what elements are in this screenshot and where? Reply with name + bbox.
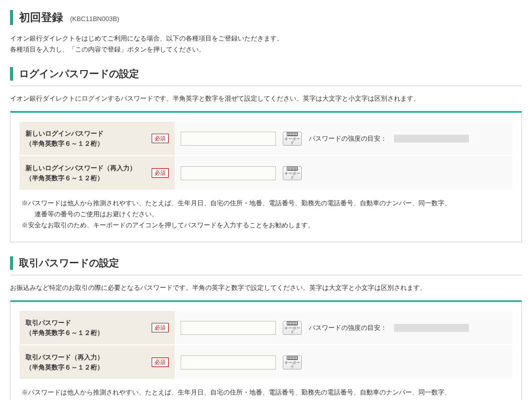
label-line-2: （半角英数字６～１２桁） xyxy=(26,363,104,371)
keyboard-icon xyxy=(287,356,298,360)
note-line-1: ※パスワードは他人から推測されやすい、たとえば、生年月日、自宅の住所・地番、電話… xyxy=(22,388,451,396)
section-divider xyxy=(10,275,522,275)
form-input-cell: キーボード パスワードの強度の目安： xyxy=(175,122,512,155)
transaction-password-input[interactable] xyxy=(181,321,276,335)
section-header-transaction-password: 取引パスワードの設定 xyxy=(10,256,522,270)
form-label-cell: 新しいログインパスワード （半角英数字６～１２桁） 必須 xyxy=(20,122,175,155)
form-input-cell: キーボード xyxy=(175,345,512,379)
keyboard-icon xyxy=(287,167,298,171)
label-line-1: 新しいログインパスワード xyxy=(26,130,104,137)
transaction-password-description: お振込みなど特定のお取引の際に必要となるパスワードです。半角の英字と数字で設定し… xyxy=(10,283,522,292)
login-password-row: 新しいログインパスワード （半角英数字６～１２桁） 必須 キーボード パスワード… xyxy=(20,122,512,156)
form-label-cell: 新しいログインパスワード（再入力） （半角英数字６～１２桁） 必須 xyxy=(20,156,175,190)
keyboard-label: キーボード xyxy=(283,137,301,145)
form-label-text: 取引パスワード（再入力） （半角英数字６～１２桁） xyxy=(26,352,104,372)
virtual-keyboard-button[interactable]: キーボード xyxy=(283,321,302,335)
form-input-cell: キーボード パスワードの強度の目安： xyxy=(175,311,512,344)
intro-line-1: イオン銀行ダイレクトをはじめてご利用になる場合、以下の各種項目をご登録いただきま… xyxy=(10,33,522,44)
password-strength-meter xyxy=(394,324,469,332)
form-label-text: 新しいログインパスワード （半角英数字６～１２桁） xyxy=(26,129,104,148)
page-title: 初回登録 xyxy=(19,10,63,25)
intro-line-2: 各種項目を入力し、「この内容で登録」ボタンを押してください。 xyxy=(10,44,522,55)
note-line-1b: 連番等の番号のご使用はお避けください。また契約者IDと同一のものは登録できません… xyxy=(22,398,510,400)
required-badge: 必須 xyxy=(152,134,169,143)
login-password-notes: ※パスワードは他人から推測されやすい、たとえば、生年月日、自宅の住所・地番、電話… xyxy=(20,191,512,233)
transaction-password-confirm-input[interactable] xyxy=(181,355,276,369)
form-input-cell: キーボード xyxy=(175,156,512,190)
label-line-2: （半角英数字６～１２桁） xyxy=(26,174,104,182)
keyboard-label: キーボード xyxy=(283,172,301,180)
transaction-password-row: 取引パスワード （半角英数字６～１２桁） 必須 キーボード パスワードの強度の目… xyxy=(20,311,512,345)
login-password-description: イオン銀行ダイレクトにログインするパスワードです。半角英字と数字を混ぜて設定して… xyxy=(10,94,522,103)
required-badge: 必須 xyxy=(152,357,169,367)
form-label-cell: 取引パスワード （半角英数字６～１２桁） 必須 xyxy=(20,311,175,344)
note-line-1: ※パスワードは他人から推測されやすい、たとえば、生年月日、自宅の住所・地番、電話… xyxy=(22,199,451,207)
form-label-cell: 取引パスワード（再入力） （半角英数字６～１２桁） 必須 xyxy=(20,345,175,379)
login-password-input[interactable] xyxy=(181,132,276,146)
required-badge: 必須 xyxy=(152,168,169,178)
page-code: (KBC11BN003B) xyxy=(70,15,119,23)
required-badge: 必須 xyxy=(152,323,169,332)
login-password-panel: 新しいログインパスワード （半角英数字６～１２桁） 必須 キーボード パスワード… xyxy=(10,111,522,242)
transaction-password-confirm-row: 取引パスワード（再入力） （半角英数字６～１２桁） 必須 キーボード xyxy=(20,345,512,380)
form-label-text: 新しいログインパスワード（再入力） （半角英数字６～１２桁） xyxy=(26,163,136,183)
section-header-login-password: ログインパスワードの設定 xyxy=(10,67,522,81)
login-password-confirm-row: 新しいログインパスワード（再入力） （半角英数字６～１２桁） 必須 キーボード xyxy=(20,156,512,191)
password-strength-label: パスワードの強度の目安： xyxy=(309,134,387,143)
section-divider xyxy=(10,86,522,86)
password-strength-meter xyxy=(394,135,469,143)
password-strength-label: パスワードの強度の目安： xyxy=(309,323,387,332)
label-line-1: 取引パスワード（再入力） xyxy=(26,353,104,361)
transaction-password-panel: 取引パスワード （半角英数字６～１２桁） 必須 キーボード パスワードの強度の目… xyxy=(10,300,522,400)
virtual-keyboard-button[interactable]: キーボード xyxy=(283,132,302,146)
label-line-2: （半角英数字６～１２桁） xyxy=(26,140,104,147)
form-label-text: 取引パスワード （半角英数字６～１２桁） xyxy=(26,318,104,337)
transaction-password-notes: ※パスワードは他人から推測されやすい、たとえば、生年月日、自宅の住所・地番、電話… xyxy=(20,380,512,400)
intro-text: イオン銀行ダイレクトをはじめてご利用になる場合、以下の各種項目をご登録いただきま… xyxy=(10,33,522,55)
keyboard-label: キーボード xyxy=(283,326,301,334)
note-line-2: ※安全なお取引のため、キーボードのアイコンを押してパスワードを入力することをお勧… xyxy=(22,221,314,229)
section-heading: ログインパスワードの設定 xyxy=(19,67,522,81)
section-heading: 取引パスワードの設定 xyxy=(19,256,522,270)
keyboard-label: キーボード xyxy=(283,361,301,369)
virtual-keyboard-button[interactable]: キーボード xyxy=(283,166,302,180)
label-line-1: 取引パスワード xyxy=(26,319,71,326)
label-line-2: （半角英数字６～１２桁） xyxy=(26,329,104,336)
keyboard-icon xyxy=(287,132,298,136)
virtual-keyboard-button[interactable]: キーボード xyxy=(283,355,302,369)
keyboard-icon xyxy=(287,321,298,325)
note-line-1b: 連番等の番号のご使用はお避けください。 xyxy=(22,209,510,220)
page-header: 初回登録 (KBC11BN003B) xyxy=(10,10,522,25)
login-password-confirm-input[interactable] xyxy=(181,166,276,180)
label-line-1: 新しいログインパスワード（再入力） xyxy=(26,164,136,172)
